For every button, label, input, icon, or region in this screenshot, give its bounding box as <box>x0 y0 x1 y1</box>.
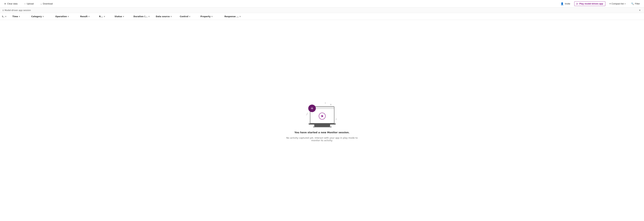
col-header-chevron-category: ∨ <box>42 16 44 17</box>
session-bar: ℹ Model-driven app session × <box>0 8 644 13</box>
invite-label: Invite <box>565 3 570 5</box>
deco-plus-1: + <box>330 103 332 106</box>
toolbar-left: ✕ Clear data ↑ Upload ↓ Download <box>3 2 54 6</box>
compact-list-button[interactable]: ≡ Compact list ∨ <box>608 2 627 6</box>
monitor-illustration: + + + <box>305 99 339 127</box>
col-header-response[interactable]: Response ...∨ <box>223 15 250 18</box>
col-header-chevron-duration: ∨ <box>148 16 150 17</box>
clear-data-button[interactable]: ✕ Clear data <box>3 2 19 6</box>
col-header-chevron-datasource: ∨ <box>170 16 172 17</box>
col-header-label-duration: Duration (... <box>134 15 148 18</box>
filter-icon: 🔍 <box>631 3 634 5</box>
col-header-label-operation: Operation <box>55 15 67 18</box>
col-header-label-datasource: Data source <box>156 15 170 18</box>
col-header-label-result: Result <box>80 15 88 18</box>
col-header-label-property: Property <box>200 15 210 18</box>
col-header-duration[interactable]: Duration (...∨ <box>132 15 154 18</box>
col-header-chevron-i: ∨ <box>5 16 6 17</box>
col-header-chevron-property: ∨ <box>211 16 212 17</box>
col-header-label-category: Category <box>31 15 42 18</box>
toolbar: ✕ Clear data ↑ Upload ↓ Download 👤 Invit… <box>0 0 644 8</box>
compact-list-icon: ≡ <box>610 3 611 5</box>
clear-data-label: Clear data <box>7 3 18 5</box>
col-header-chevron-time: ∨ <box>19 16 20 17</box>
laptop-foot <box>313 127 332 127</box>
col-header-label-i: I.. <box>2 15 4 18</box>
play-model-driven-app-button[interactable]: ▷ Play model-driven app <box>574 1 605 6</box>
session-info-icon: ℹ <box>3 9 4 12</box>
download-button[interactable]: ↓ Download <box>39 2 54 6</box>
deco-line-2 <box>306 113 308 114</box>
col-header-label-response: Response ... <box>224 15 239 18</box>
col-header-control[interactable]: Control∨ <box>178 15 199 18</box>
empty-state-subtitle: No activity captured yet. Interact with … <box>284 137 360 142</box>
col-header-label-status: Status <box>114 15 122 18</box>
upload-button[interactable]: ↑ Upload <box>23 2 35 6</box>
play-icon: ▷ <box>576 3 578 5</box>
col-header-chevron-control: ∨ <box>189 16 190 17</box>
filter-label: Filter <box>635 3 640 5</box>
session-bar-left: ℹ Model-driven app session <box>3 9 31 12</box>
compact-list-chevron-icon: ∨ <box>624 3 626 5</box>
session-bar-label: Model-driven app session <box>5 9 31 12</box>
filter-button[interactable]: 🔍 Filter <box>630 2 641 6</box>
col-header-label-control: Control <box>180 15 188 18</box>
col-header-result[interactable]: Result∨ <box>79 15 98 18</box>
play-model-driven-app-label: Play model-driven app <box>579 3 603 5</box>
close-icon: × <box>639 9 640 12</box>
col-header-chevron-result: ∨ <box>88 16 90 17</box>
col-header-operation[interactable]: Operation∨ <box>54 15 79 18</box>
session-close-button[interactable]: × <box>638 9 641 12</box>
col-header-chevron-operation: ∨ <box>68 16 69 17</box>
deco-line-3 <box>306 114 308 115</box>
col-header-property[interactable]: Property∨ <box>199 15 223 18</box>
col-header-label-time: Time <box>12 15 18 18</box>
play-circle <box>319 113 326 120</box>
col-header-chevron-r: ∨ <box>104 16 105 17</box>
play-triangle-icon <box>322 115 324 117</box>
deco-plus-2: + <box>335 118 337 120</box>
col-header-label-r: R... <box>99 15 103 18</box>
toolbar-right: 👤 Invite ▷ Play model-driven app ≡ Compa… <box>559 1 641 6</box>
empty-state: + + + You <box>0 20 644 221</box>
col-header-category[interactable]: Category∨ <box>30 15 54 18</box>
col-header-chevron-response: ∨ <box>240 16 241 17</box>
invite-button[interactable]: 👤 Invite <box>559 2 572 6</box>
col-header-i[interactable]: I..∨ <box>1 15 11 18</box>
clear-data-icon: ✕ <box>4 3 6 5</box>
col-header-status[interactable]: Status∨ <box>113 15 132 18</box>
upload-icon: ↑ <box>24 3 26 5</box>
empty-state-title: You have started a new Monitor session. <box>294 131 350 134</box>
add-circle-icon: + <box>308 105 316 112</box>
col-header-r[interactable]: R...∨ <box>98 15 113 18</box>
invite-icon: 👤 <box>560 2 564 5</box>
col-header-chevron-status: ∨ <box>123 16 124 17</box>
col-header-time[interactable]: Time∨ <box>11 15 30 18</box>
upload-label: Upload <box>26 3 34 5</box>
download-label: Download <box>43 3 53 5</box>
compact-list-label: Compact list <box>612 3 624 5</box>
download-icon: ↓ <box>40 3 42 5</box>
col-header-datasource[interactable]: Data source∨ <box>154 15 178 18</box>
column-headers: I..∨Time∨Category∨Operation∨Result∨R...∨… <box>0 13 644 20</box>
deco-line-1 <box>325 102 326 104</box>
